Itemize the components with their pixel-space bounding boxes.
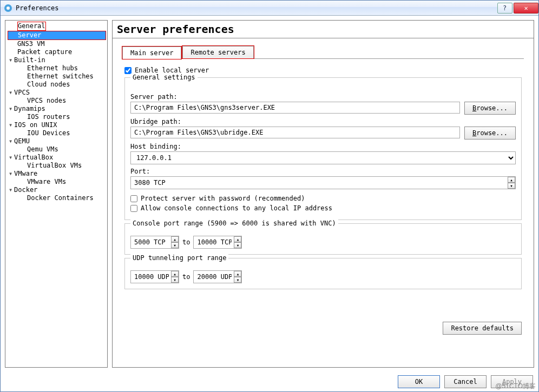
tree-item-vpcs-nodes[interactable]: VPCS nodes <box>5 97 107 105</box>
chevron-down-icon: ▾ <box>9 154 14 162</box>
chevron-down-icon: ▾ <box>9 56 14 64</box>
tree-item-server[interactable]: Server <box>8 31 106 40</box>
tree-item-iou-devices[interactable]: IOU Devices <box>5 129 107 137</box>
server-path-browse-button[interactable]: BBrowse...rowse... <box>464 102 516 115</box>
protect-password-label: Protect server with password (recommende… <box>141 195 305 202</box>
tree-item-vmware[interactable]: ▾VMware <box>5 170 107 178</box>
spin-up-icon[interactable]: ▲ <box>234 236 241 242</box>
chevron-down-icon: ▾ <box>9 105 14 113</box>
tree-item-qemu-vms[interactable]: Qemu VMs <box>5 145 107 154</box>
tree-item-vmware-vms[interactable]: VMware VMs <box>5 178 107 186</box>
enable-local-server-label: Enable local server <box>135 67 209 74</box>
tree-item-packet-capture[interactable]: Packet capture <box>5 48 107 56</box>
tree-item-virtualbox-vms[interactable]: VirtualBox VMs <box>5 162 107 170</box>
watermark: @51CTO博客 <box>495 382 536 391</box>
general-settings-legend: General settings <box>130 74 198 81</box>
ubridge-path-label: Ubridge path: <box>130 118 516 125</box>
tree-item-general[interactable]: General <box>5 22 107 31</box>
close-button[interactable]: ✕ <box>514 3 538 14</box>
dialog-footer: OK Cancel Apply <box>1 372 538 391</box>
ok-button[interactable]: OK <box>398 375 440 388</box>
allow-console-input[interactable] <box>130 205 137 212</box>
chevron-down-icon: ▾ <box>9 89 14 97</box>
svg-point-1 <box>6 6 10 10</box>
cancel-button[interactable]: Cancel <box>444 375 487 388</box>
chevron-down-icon: ▾ <box>9 170 14 178</box>
tree-item-docker[interactable]: ▾Docker <box>5 186 107 194</box>
allow-console-checkbox[interactable]: Allow console connections to any local I… <box>130 204 516 212</box>
range-to-label: to <box>182 238 190 246</box>
tab-remote-servers[interactable]: Remote servers <box>182 46 253 58</box>
tree-item-docker-containers[interactable]: Docker Containers <box>5 194 107 202</box>
allow-console-label: Allow console connections to any local I… <box>141 204 332 212</box>
titlebar: Preferences ? ✕ <box>1 1 538 16</box>
restore-defaults-button[interactable]: Restore defaults <box>443 322 522 335</box>
general-settings-group: General settings Server path: BBrowse...… <box>124 77 522 220</box>
chevron-down-icon: ▾ <box>9 186 14 194</box>
protect-password-input[interactable] <box>130 195 137 202</box>
chevron-down-icon: ▾ <box>9 137 14 145</box>
console-port-range-group: Console port range (5900 => 6000 is shar… <box>124 223 522 255</box>
udp-range-legend: UDP tunneling port range <box>130 254 228 262</box>
tree-item-ethernet-hubs[interactable]: Ethernet hubs <box>5 64 107 72</box>
server-path-label: Server path: <box>130 93 516 101</box>
spin-up-icon[interactable]: ▲ <box>234 271 241 277</box>
spin-up-icon[interactable]: ▲ <box>171 271 179 277</box>
tab-main-server[interactable]: Main server <box>122 46 181 59</box>
help-button[interactable]: ? <box>497 3 512 14</box>
page-title: Server preferences <box>113 21 534 38</box>
app-icon <box>4 4 12 12</box>
tree-item-builtin[interactable]: ▾Built-in <box>5 56 107 64</box>
ubridge-path-input[interactable] <box>130 127 460 138</box>
spin-down-icon[interactable]: ▼ <box>171 242 179 248</box>
console-range-legend: Console port range (5900 => 6000 is shar… <box>130 220 338 227</box>
svg-text:?: ? <box>503 5 507 11</box>
port-input[interactable] <box>130 176 516 189</box>
port-label: Port: <box>130 168 516 175</box>
main-panel: Server preferences Main server Remote se… <box>112 20 534 368</box>
port-spin-up[interactable]: ▲ <box>508 177 515 183</box>
tree-item-ios-on-unix[interactable]: ▾IOS on UNIX <box>5 121 107 129</box>
host-binding-label: Host binding: <box>130 143 516 150</box>
tree-item-cloud-nodes[interactable]: Cloud nodes <box>5 81 107 89</box>
protect-password-checkbox[interactable]: Protect server with password (recommende… <box>130 195 516 202</box>
spin-down-icon[interactable]: ▼ <box>171 277 179 283</box>
udp-port-range-group: UDP tunneling port range ▲▼ to ▲▼ <box>124 258 522 289</box>
chevron-down-icon: ▾ <box>9 121 14 129</box>
tree-item-vpcs[interactable]: ▾VPCS <box>5 89 107 97</box>
tree-item-qemu[interactable]: ▾QEMU <box>5 137 107 145</box>
spin-up-icon[interactable]: ▲ <box>171 236 179 242</box>
spin-down-icon[interactable]: ▼ <box>234 277 241 283</box>
spin-down-icon[interactable]: ▼ <box>234 242 241 248</box>
port-spin-down[interactable]: ▼ <box>508 183 515 189</box>
enable-local-server-checkbox[interactable]: Enable local server <box>124 67 522 74</box>
window-title: Preferences <box>16 4 496 12</box>
ubridge-path-browse-button[interactable]: Browse... <box>464 127 516 139</box>
tabs: Main server Remote servers <box>122 46 524 58</box>
range-to-label: to <box>182 273 190 281</box>
preferences-tree[interactable]: General Server GNS3 VM Packet capture ▾B… <box>5 20 108 368</box>
tree-item-virtualbox[interactable]: ▾VirtualBox <box>5 154 107 162</box>
tree-item-ios-routers[interactable]: IOS routers <box>5 113 107 121</box>
server-path-input[interactable] <box>130 102 460 114</box>
host-binding-select[interactable]: 127.0.0.1 <box>130 151 516 164</box>
tree-item-gns3vm[interactable]: GNS3 VM <box>5 40 107 48</box>
preferences-window: Preferences ? ✕ General Server GNS3 VM P… <box>0 0 539 392</box>
tree-item-dynamips[interactable]: ▾Dynamips <box>5 105 107 113</box>
enable-local-server-input[interactable] <box>124 67 132 74</box>
tree-item-ethernet-switches[interactable]: Ethernet switches <box>5 72 107 81</box>
